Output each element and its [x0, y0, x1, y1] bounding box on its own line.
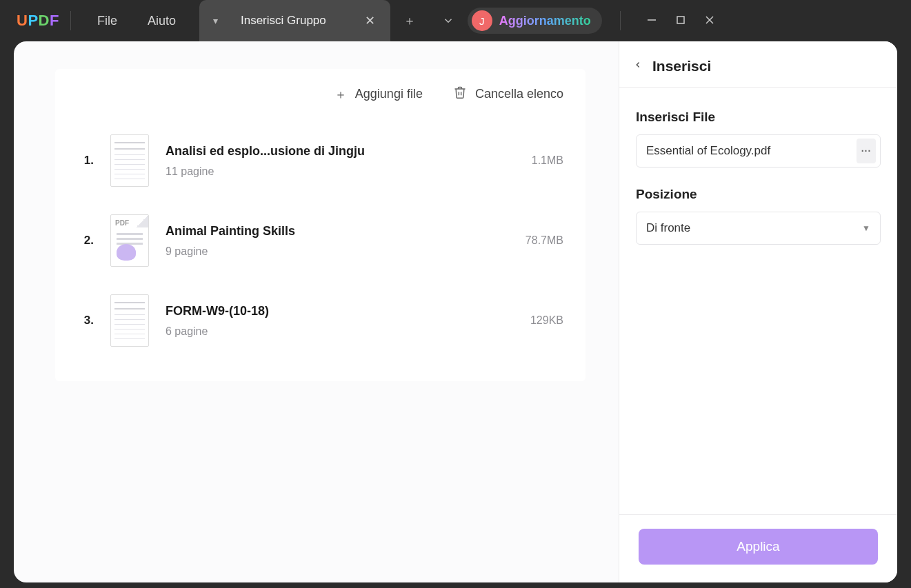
menu-file[interactable]: File: [82, 14, 132, 28]
minimize-icon[interactable]: [647, 15, 657, 27]
file-title: FORM-W9-(10-18): [166, 304, 485, 318]
separator: [620, 11, 621, 30]
new-tab-button[interactable]: ＋: [390, 0, 429, 41]
position-select[interactable]: Di fronte ▼: [636, 212, 881, 245]
insert-file-value: Essential of Ecology.pdf: [646, 144, 857, 158]
chevron-down-icon: ▼: [862, 223, 870, 233]
tab-overflow-icon[interactable]: [429, 0, 468, 41]
side-title: Inserisci: [652, 58, 711, 74]
insert-file-field: Essential of Ecology.pdf ···: [636, 134, 881, 168]
file-thumb: [110, 134, 149, 187]
clear-list-button[interactable]: Cancella elenco: [453, 85, 563, 103]
menu-help[interactable]: Aiuto: [132, 14, 191, 28]
tab-active[interactable]: ▾ Inserisci Gruppo ✕: [199, 0, 390, 41]
file-pages: 9 pagine: [166, 245, 485, 258]
tab-title: Inserisci Gruppo: [241, 14, 326, 28]
tab-dropdown-icon[interactable]: ▾: [213, 15, 218, 26]
side-content: Inserisci File Essential of Ecology.pdf …: [619, 88, 897, 514]
file-size: 1.1MB: [501, 154, 563, 167]
maximize-icon[interactable]: [676, 15, 685, 27]
app-logo: UPDF: [17, 12, 59, 30]
file-title: Animal Painting Skills: [166, 224, 485, 239]
apply-button[interactable]: Applica: [639, 529, 878, 565]
side-panel: Inserisci Inserisci File Essential of Ec…: [619, 41, 897, 582]
close-icon[interactable]: [705, 15, 714, 27]
main-panel: ＋ Aggiungi file Cancella elenco 1.Analis…: [14, 41, 619, 582]
svg-rect-1: [677, 17, 684, 23]
back-icon[interactable]: [633, 59, 643, 74]
file-thumb: PDF: [110, 214, 149, 267]
file-index: 3.: [77, 314, 94, 327]
upgrade-label: Aggiornamento: [499, 14, 591, 28]
file-index: 1.: [77, 154, 94, 168]
file-pages: 11 pagine: [166, 165, 485, 178]
tab-close-icon[interactable]: ✕: [365, 13, 375, 28]
file-size: 78.7MB: [501, 234, 563, 247]
position-value: Di fronte: [646, 221, 862, 235]
file-row[interactable]: 1.Analisi ed esplo...usione di Jingju11 …: [55, 121, 585, 201]
side-footer: Applica: [619, 514, 897, 582]
clear-list-label: Cancella elenco: [475, 87, 563, 101]
file-toolbar: ＋ Aggiungi file Cancella elenco: [55, 69, 585, 110]
file-pages: 6 pagine: [166, 325, 485, 338]
browse-file-button[interactable]: ···: [857, 139, 876, 163]
file-info: FORM-W9-(10-18)6 pagine: [166, 304, 485, 338]
file-info: Animal Painting Skills9 pagine: [166, 224, 485, 258]
insert-file-label: Inserisci File: [636, 110, 881, 125]
window-controls: [647, 15, 714, 27]
file-title: Analisi ed esplo...usione di Jingju: [166, 144, 485, 159]
file-thumb: [110, 294, 149, 347]
user-pill[interactable]: J Aggiornamento: [468, 8, 602, 34]
workspace: ＋ Aggiungi file Cancella elenco 1.Analis…: [14, 41, 897, 582]
file-row[interactable]: 2.PDFAnimal Painting Skills9 pagine78.7M…: [55, 201, 585, 281]
add-file-label: Aggiungi file: [355, 87, 423, 101]
trash-icon: [453, 85, 467, 103]
file-row[interactable]: 3.FORM-W9-(10-18)6 pagine129KB: [55, 281, 585, 361]
plus-icon: ＋: [334, 86, 347, 103]
file-size: 129KB: [501, 314, 563, 327]
file-card: ＋ Aggiungi file Cancella elenco 1.Analis…: [55, 69, 585, 381]
file-list: 1.Analisi ed esplo...usione di Jingju11 …: [55, 110, 585, 381]
separator: [70, 11, 71, 30]
tab-bar: ▾ Inserisci Gruppo ✕ ＋: [199, 0, 468, 41]
add-file-button[interactable]: ＋ Aggiungi file: [334, 86, 423, 103]
titlebar: UPDF File Aiuto ▾ Inserisci Gruppo ✕ ＋ J…: [0, 0, 911, 41]
file-info: Analisi ed esplo...usione di Jingju11 pa…: [166, 144, 485, 178]
side-header: Inserisci: [619, 41, 897, 88]
file-index: 2.: [77, 234, 94, 247]
avatar: J: [472, 10, 492, 31]
position-label: Posizione: [636, 187, 881, 202]
